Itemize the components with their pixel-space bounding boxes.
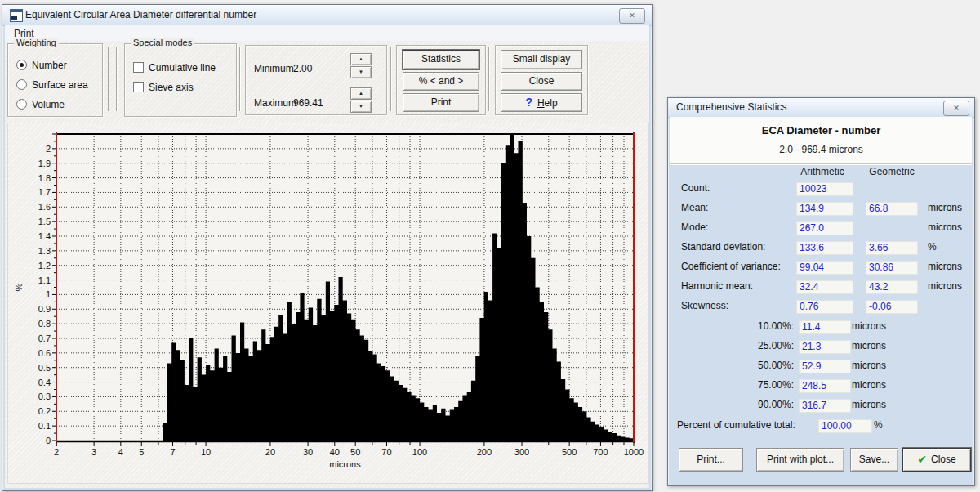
minimum-value: 2.00 <box>293 63 312 74</box>
minimum-label: Minimum <box>254 63 294 74</box>
percentile-unit: microns <box>852 340 886 351</box>
y-tick-label: 0.5 <box>38 363 51 373</box>
percentile-row: 50.00%:52.9microns <box>668 360 974 374</box>
minimum-spin-down-icon[interactable]: ▼ <box>350 66 372 78</box>
maximum-spin-up-icon[interactable]: ▲ <box>350 87 372 100</box>
x-tick-label: 1000 <box>624 447 644 457</box>
stats-value: 0.76 <box>796 300 853 314</box>
stats-row: Skewness:0.76-0.06 <box>668 300 974 315</box>
y-tick-label: 1.4 <box>38 231 51 241</box>
x-tick-label: 50 <box>350 447 360 457</box>
weighting-legend: Weighting <box>14 38 59 47</box>
x-tick-label: 70 <box>381 447 391 457</box>
stats-text: Mean: <box>681 202 708 213</box>
stats-row: Mean:134.966.8microns <box>668 202 974 217</box>
percent-range-button[interactable]: % < and > <box>403 72 479 91</box>
minimum-spin-up-icon[interactable]: ▲ <box>350 53 372 65</box>
stats-row: Count:10023 <box>668 182 974 197</box>
radio-icon[interactable] <box>16 79 27 90</box>
maximum-value: 969.41 <box>293 97 323 109</box>
maximum-spin-down-icon[interactable]: ▼ <box>350 101 372 113</box>
percentile-value: 248.5 <box>799 379 851 393</box>
stats-text: microns <box>928 261 962 272</box>
stats-save-button[interactable]: Save... <box>850 448 898 472</box>
y-tick-label: 0.9 <box>38 304 51 314</box>
radio-volume[interactable]: Volume <box>16 96 65 108</box>
y-tick-label: 0.8 <box>38 319 51 329</box>
help-button[interactable]: ?Help <box>501 93 582 112</box>
x-tick-label: 3 <box>91 447 96 457</box>
radio-label: Number <box>32 60 67 71</box>
y-tick-label: 0.7 <box>38 333 51 343</box>
stats-value: -0.06 <box>866 300 918 314</box>
stats-value: 3.66 <box>866 241 918 255</box>
stats-close-button-label: Close <box>931 454 956 465</box>
stats-close-icon[interactable]: ✕ <box>943 101 969 116</box>
stats-text: Count: <box>681 182 710 194</box>
main-window: Equivalent Circular Area Diameter differ… <box>2 4 653 491</box>
radio-icon[interactable] <box>16 60 27 70</box>
y-tick-label: 0 <box>46 436 51 445</box>
stats-print-with-plot-button[interactable]: Print with plot... <box>756 448 844 472</box>
y-tick-label: 0.2 <box>38 406 51 416</box>
window-title: Equivalent Circular Area Diameter differ… <box>25 5 256 25</box>
checkbox-sieve-axis[interactable]: Sieve axis <box>133 79 194 91</box>
statistics-button[interactable]: Statistics <box>403 50 479 69</box>
cumulative-unit: % <box>874 419 883 431</box>
y-tick-label: 1.6 <box>38 202 51 212</box>
cumulative-value: 100.00 <box>818 419 872 433</box>
divider <box>239 47 241 111</box>
y-tick-label: 1.8 <box>38 173 51 183</box>
y-tick-label: 1.7 <box>38 187 51 197</box>
x-tick-label: 500 <box>562 447 577 457</box>
y-tick-label: 0.4 <box>38 378 51 387</box>
range-groupbox: Minimum 2.00 ▲ ▼ Maximum 969.41 ▲ ▼ <box>245 45 387 115</box>
percentile-unit: microns <box>852 399 886 410</box>
stats-value: 10023 <box>796 182 853 196</box>
radio-surface-area[interactable]: Surface area <box>16 77 88 88</box>
y-tick-label: 0.1 <box>38 421 51 431</box>
stats-value: 66.8 <box>866 202 918 216</box>
stats-text: microns <box>928 280 962 292</box>
y-tick-label: 1.9 <box>38 159 51 168</box>
stats-header-title: ECA Diameter - number <box>670 124 972 136</box>
percentile-row: 75.00%:248.5microns <box>668 379 974 394</box>
close-window-button[interactable]: Close <box>501 72 582 91</box>
stats-text: Mode: <box>681 221 708 233</box>
small-display-button[interactable]: Small display <box>501 50 582 69</box>
x-tick-label: 200 <box>477 447 492 457</box>
stats-print-button[interactable]: Print... <box>679 448 743 472</box>
stats-value: 267.0 <box>796 221 853 235</box>
percentile-value: 21.3 <box>799 340 851 354</box>
stats-text: Coefficient of variance: <box>681 261 781 272</box>
percentile-value: 316.7 <box>799 399 851 413</box>
radio-number[interactable]: Number <box>16 57 67 69</box>
radio-icon[interactable] <box>16 99 27 110</box>
percentile-unit: microns <box>852 379 886 391</box>
percentile-unit: microns <box>852 320 886 332</box>
y-tick-label: 1.5 <box>38 217 51 226</box>
main-titlebar: Equivalent Circular Area Diameter differ… <box>2 5 652 26</box>
checkbox-icon[interactable] <box>133 82 144 92</box>
stats-close-button[interactable]: ✔Close <box>902 448 971 472</box>
print-button[interactable]: Print <box>403 93 479 112</box>
main-content: Weighting NumberSurface areaVolume Speci… <box>5 41 649 488</box>
x-tick-label: 30 <box>303 447 313 457</box>
x-tick-label: 20 <box>265 447 275 457</box>
close-icon[interactable]: ✕ <box>619 8 645 24</box>
percentile-value: 11.4 <box>799 320 851 334</box>
percentile-value: 52.9 <box>799 360 851 373</box>
cumulative-label: Percent of cumulative total: <box>677 419 795 431</box>
stats-text: microns <box>928 202 962 213</box>
special-modes-legend: Special modes <box>131 38 194 47</box>
x-tick-label: 4 <box>118 447 123 457</box>
y-tick-label: 1 <box>46 289 51 299</box>
divider <box>108 47 109 111</box>
stats-row: Coefficient of variance:99.0430.86micron… <box>668 261 974 275</box>
checkbox-cumulative-line[interactable]: Cumulative line <box>133 60 216 71</box>
x-axis-title: microns <box>329 459 361 469</box>
maximum-label: Maximum <box>254 97 296 109</box>
checkbox-icon[interactable] <box>133 62 144 73</box>
percentile-row: 10.00%:11.4microns <box>668 320 974 335</box>
chart-panel: 00.10.20.30.40.50.60.70.80.911.11.21.31.… <box>7 123 649 484</box>
